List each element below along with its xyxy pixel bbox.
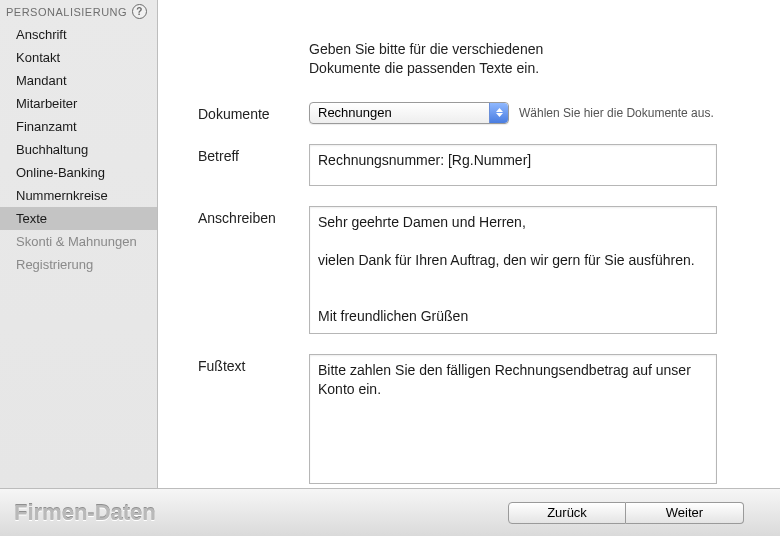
sidebar-header-label: PERSONALISIERUNG bbox=[6, 6, 127, 18]
sidebar-item-finanzamt[interactable]: Finanzamt bbox=[0, 115, 157, 138]
sidebar-item-mitarbeiter[interactable]: Mitarbeiter bbox=[0, 92, 157, 115]
row-fusstext: Fußtext bbox=[198, 354, 740, 484]
sidebar-item-label: Mandant bbox=[16, 73, 67, 88]
field-dokumente: Rechnungen Wählen Sie hier die Dokumente… bbox=[309, 102, 740, 124]
sidebar-item-skonti-mahnungen: Skonti & Mahnungen bbox=[0, 230, 157, 253]
dropdown-icon bbox=[489, 103, 508, 123]
back-button[interactable]: Zurück bbox=[508, 502, 626, 524]
footer: Firmen-Daten Zurück Weiter bbox=[0, 488, 780, 536]
content-panel: Geben Sie bitte für die verschiedenen Do… bbox=[158, 0, 780, 488]
dokumente-select[interactable]: Rechnungen bbox=[309, 102, 509, 124]
next-button[interactable]: Weiter bbox=[626, 502, 744, 524]
sidebar-item-registrierung: Registrierung bbox=[0, 253, 157, 276]
sidebar-item-label: Skonti & Mahnungen bbox=[16, 234, 137, 249]
label-anschreiben: Anschreiben bbox=[198, 206, 309, 226]
sidebar-item-online-banking[interactable]: Online-Banking bbox=[0, 161, 157, 184]
row-anschreiben: Anschreiben bbox=[198, 206, 740, 334]
row-betreff: Betreff bbox=[198, 144, 740, 186]
sidebar-item-mandant[interactable]: Mandant bbox=[0, 69, 157, 92]
betreff-input[interactable] bbox=[309, 144, 717, 186]
footer-buttons: Zurück Weiter bbox=[508, 502, 744, 524]
label-fusstext: Fußtext bbox=[198, 354, 309, 374]
intro-line: Geben Sie bitte für die verschiedenen bbox=[309, 40, 740, 59]
field-anschreiben bbox=[309, 206, 740, 334]
field-betreff bbox=[309, 144, 740, 186]
sidebar-item-buchhaltung[interactable]: Buchhaltung bbox=[0, 138, 157, 161]
sidebar-list: AnschriftKontaktMandantMitarbeiterFinanz… bbox=[0, 23, 157, 276]
sidebar-item-label: Texte bbox=[16, 211, 47, 226]
anschreiben-textarea[interactable] bbox=[309, 206, 717, 334]
sidebar-item-label: Mitarbeiter bbox=[16, 96, 77, 111]
sidebar-item-label: Nummernkreise bbox=[16, 188, 108, 203]
intro-text: Geben Sie bitte für die verschiedenen Do… bbox=[309, 40, 740, 78]
main-area: PERSONALISIERUNG ? AnschriftKontaktManda… bbox=[0, 0, 780, 488]
sidebar-item-anschrift[interactable]: Anschrift bbox=[0, 23, 157, 46]
label-dokumente: Dokumente bbox=[198, 102, 309, 122]
dokumente-hint: Wählen Sie hier die Dokumente aus. bbox=[519, 106, 714, 120]
sidebar-item-label: Registrierung bbox=[16, 257, 93, 272]
sidebar-item-kontakt[interactable]: Kontakt bbox=[0, 46, 157, 69]
dokumente-select-value: Rechnungen bbox=[318, 105, 392, 120]
sidebar-item-nummernkreise[interactable]: Nummernkreise bbox=[0, 184, 157, 207]
sidebar-item-texte[interactable]: Texte bbox=[0, 207, 157, 230]
sidebar-item-label: Buchhaltung bbox=[16, 142, 88, 157]
app-window: PERSONALISIERUNG ? AnschriftKontaktManda… bbox=[0, 0, 780, 536]
sidebar-item-label: Online-Banking bbox=[16, 165, 105, 180]
help-icon[interactable]: ? bbox=[132, 4, 147, 19]
sidebar-header: PERSONALISIERUNG ? bbox=[0, 0, 157, 23]
fusstext-textarea[interactable] bbox=[309, 354, 717, 484]
sidebar-item-label: Finanzamt bbox=[16, 119, 77, 134]
intro-line: Dokumente die passenden Texte ein. bbox=[309, 59, 740, 78]
sidebar-item-label: Kontakt bbox=[16, 50, 60, 65]
label-betreff: Betreff bbox=[198, 144, 309, 164]
sidebar: PERSONALISIERUNG ? AnschriftKontaktManda… bbox=[0, 0, 158, 488]
sidebar-item-label: Anschrift bbox=[16, 27, 67, 42]
footer-title: Firmen-Daten bbox=[14, 500, 156, 526]
field-fusstext bbox=[309, 354, 740, 484]
row-dokumente: Dokumente Rechnungen Wählen Sie hier die… bbox=[198, 102, 740, 124]
